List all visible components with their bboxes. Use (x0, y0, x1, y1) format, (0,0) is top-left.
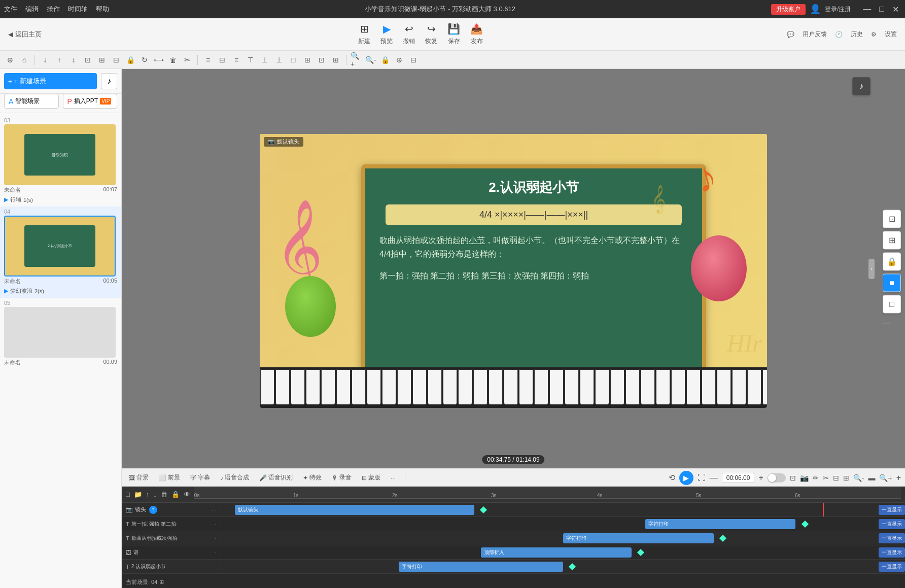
mask-button[interactable]: ⊟ 蒙版 (359, 472, 384, 483)
bring-front-icon-btn[interactable]: ⊡ (316, 54, 328, 66)
timeline-add-btn[interactable]: + (896, 473, 901, 482)
time-plus-btn[interactable]: + (758, 473, 763, 482)
send-back-icon-btn[interactable]: ⊞ (330, 54, 342, 66)
menu-help[interactable]: 帮助 (96, 5, 109, 14)
rewind-btn[interactable]: ⟲ (669, 473, 675, 482)
more-button[interactable]: ··· (388, 473, 399, 482)
text2-track-dot[interactable]: · (215, 535, 217, 541)
tts-button[interactable]: ♪ 语音合成 (217, 472, 252, 483)
music-button[interactable]: ♪ (101, 73, 117, 89)
rotate-icon-btn[interactable]: ↻ (138, 54, 151, 66)
score-track-dot[interactable]: · (215, 549, 217, 556)
align-bottom-icon-btn[interactable]: ⊥ (273, 54, 285, 66)
tl-delete-icon[interactable]: 🗑 (161, 491, 167, 498)
upgrade-button[interactable]: 升级账户 (771, 4, 806, 15)
preview-button[interactable]: ▶ 预览 (380, 23, 393, 46)
settings-button[interactable]: 设置 (885, 30, 897, 39)
trim-icon-btn[interactable]: ✂ (823, 474, 829, 482)
lock2-icon-btn[interactable]: 🔒 (379, 54, 391, 66)
delete-icon-btn[interactable]: 🗑 (167, 54, 179, 66)
edit-icon-btn[interactable]: ✏ (813, 474, 819, 482)
foreground-button[interactable]: ⬜ 前景 (156, 472, 183, 483)
paste-icon-btn[interactable]: ⊟ (407, 54, 420, 66)
collapse-right-btn[interactable]: › (868, 259, 875, 279)
tl-lock-icon[interactable]: 🔒 (171, 491, 180, 498)
fit-icon-btn[interactable]: ⊡ (790, 474, 796, 482)
flip-h-icon-btn[interactable]: ⟷ (153, 54, 165, 66)
tl-folder-icon[interactable]: 📁 (134, 491, 142, 498)
more-tools-btn[interactable]: ··· (883, 316, 901, 328)
scene-item-05[interactable]: 05 未命名 00:09 (0, 298, 121, 369)
title-track-block[interactable]: 字符打印 (399, 562, 563, 572)
tl-move-down-icon[interactable]: ↓ (153, 491, 157, 498)
close-button[interactable]: ✕ (890, 5, 901, 14)
text1-track-block[interactable]: 字符打印 (645, 519, 796, 529)
color-tool-btn[interactable]: ■ (883, 273, 901, 292)
timeline-zoom-slider[interactable]: ▬ (868, 474, 875, 482)
align-full-icon-btn[interactable]: ⊡ (82, 54, 94, 66)
insert-ppt-button[interactable]: P 插入PPT VIP (63, 94, 118, 109)
menu-edit[interactable]: 编辑 (25, 5, 39, 14)
scene-item-04[interactable]: 04 2.认识弱起小节 未命名 00:05 ▶ 梦 (0, 206, 121, 298)
snapshot-icon-btn[interactable]: 📷 (800, 474, 809, 482)
align-up-icon-btn[interactable]: ↑ (53, 54, 65, 66)
camera-help-icon[interactable]: ? (149, 506, 157, 514)
copy-icon-btn[interactable]: ⊕ (4, 54, 16, 66)
align-down-icon-btn[interactable]: ↓ (39, 54, 51, 66)
time-minus-btn[interactable]: — (710, 473, 718, 482)
camera-track-block[interactable]: 默认镜头 (235, 505, 474, 515)
camera-track-diamond[interactable] (480, 506, 487, 513)
new-button[interactable]: ⊞ 新建 (358, 23, 370, 46)
zoom-out-icon-btn[interactable]: 🔍- (365, 54, 377, 66)
publish-button[interactable]: 📤 发布 (470, 23, 483, 46)
align-top-icon-btn[interactable]: ⊤ (245, 54, 257, 66)
title-track-dot[interactable]: · (215, 564, 217, 570)
lock-icon-btn[interactable]: 🔒 (124, 54, 136, 66)
align-middle-icon-btn[interactable]: ⊥ (259, 54, 271, 66)
layer-tool-btn[interactable]: ⊞ (883, 231, 901, 249)
back-home-button[interactable]: ◀ 返回主页 (8, 30, 42, 39)
zoom-out-tl-btn[interactable]: 🔍- (853, 474, 864, 482)
login-button[interactable]: 登录/注册 (825, 5, 851, 14)
maximize-button[interactable]: □ (877, 5, 886, 14)
zoom-in-icon-btn[interactable]: 🔍+ (351, 54, 363, 66)
crop-icon-btn[interactable]: ✂ (181, 54, 193, 66)
ungroup-icon-btn[interactable]: ⊞ (301, 54, 314, 66)
home-icon-btn[interactable]: ⌂ (18, 54, 30, 66)
distribute-h-icon-btn[interactable]: ⊞ (96, 54, 108, 66)
camera-track-dot1[interactable]: · (212, 507, 213, 513)
zoom-in-tl-btn[interactable]: 🔍+ (879, 474, 892, 482)
tl-visibility-icon[interactable]: 👁 (184, 491, 190, 498)
text2-track-block[interactable]: 字符打印 (563, 533, 714, 543)
score-track-block[interactable]: 顶部折入 (481, 547, 632, 558)
record-button[interactable]: 🎙 录音 (329, 472, 355, 483)
text2-track-diamond[interactable] (719, 535, 726, 542)
background-button[interactable]: 🖼 背景 (126, 472, 152, 483)
cut-icon-btn[interactable]: ⊟ (833, 474, 839, 482)
align-right-icon-btn[interactable]: ≡ (230, 54, 242, 66)
text1-track-diamond[interactable] (802, 521, 809, 528)
scene-item-03[interactable]: 03 音乐知识 未命名 00:07 ▶ 行辅 (0, 115, 121, 206)
align-left-icon-btn[interactable]: ↕ (67, 54, 80, 66)
scene-label-icon[interactable]: ⊞ (159, 579, 164, 585)
new-scene-button[interactable]: + + 新建场景 (4, 73, 97, 89)
tl-move-up-icon[interactable]: ↑ (146, 491, 150, 498)
distribute-v-icon-btn[interactable]: ⊟ (110, 54, 122, 66)
undo-button[interactable]: ↩ 撤销 (403, 23, 415, 46)
copy2-icon-btn[interactable]: ⊕ (393, 54, 405, 66)
tl-new-layer-icon[interactable]: □ (126, 491, 130, 498)
fullscreen-btn[interactable]: ⛶ (698, 473, 706, 482)
redo-button[interactable]: ↪ 恢复 (425, 23, 437, 46)
lock-tool-btn[interactable]: 🔒 (883, 252, 901, 270)
menu-operate[interactable]: 操作 (47, 5, 60, 14)
user-feedback-button[interactable]: 用户反馈 (803, 30, 827, 39)
split-icon-btn[interactable]: ⊞ (843, 474, 849, 482)
music-float-btn[interactable]: ♪ (852, 77, 871, 95)
score-track-diamond[interactable] (637, 549, 644, 556)
camera-track-dot2[interactable]: · (215, 507, 217, 513)
effects-button[interactable]: ✦ 特效 (300, 472, 325, 483)
screenshot-tool-btn[interactable]: ⊡ (883, 210, 901, 228)
minimize-button[interactable]: — (861, 5, 873, 14)
asr-button[interactable]: 🎤 语音识别 (256, 472, 296, 483)
history-button[interactable]: 历史 (851, 30, 863, 39)
